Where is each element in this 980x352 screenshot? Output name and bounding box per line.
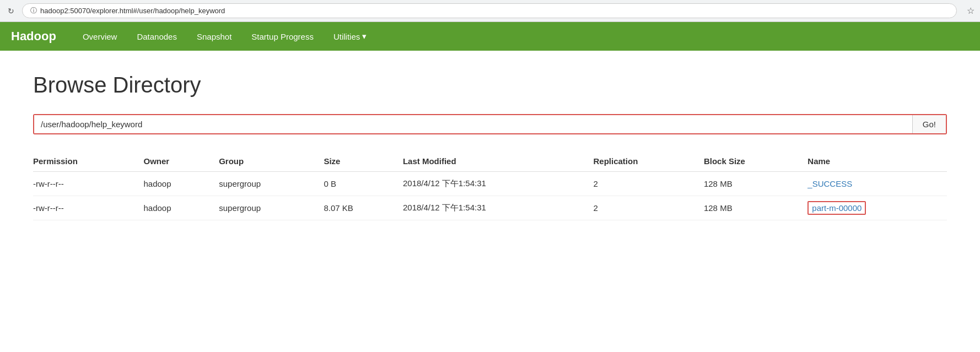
cell-size: 8.07 KB <box>324 196 403 220</box>
cell-owner: hadoop <box>143 172 219 196</box>
cell-last-modified: 2018/4/12 下午1:54:31 <box>403 196 594 220</box>
go-button[interactable]: Go! <box>912 115 946 133</box>
col-group: Group <box>219 151 324 172</box>
cell-name: _SUCCESS <box>807 172 947 196</box>
cell-last-modified: 2018/4/12 下午1:54:31 <box>403 172 594 196</box>
cell-permission: -rw-r--r-- <box>33 172 143 196</box>
navbar-links: Overview Datanodes Snapshot Startup Prog… <box>73 23 376 50</box>
cell-size: 0 B <box>324 172 403 196</box>
cell-replication: 2 <box>593 172 703 196</box>
main-content: Browse Directory Go! Permission Owner Gr… <box>0 51 980 242</box>
nav-utilities[interactable]: Utilities ▾ <box>324 23 376 50</box>
table-row: -rw-r--r--hadoopsupergroup8.07 KB2018/4/… <box>33 196 947 220</box>
col-owner: Owner <box>143 151 219 172</box>
cell-block-size: 128 MB <box>704 196 807 220</box>
lock-icon: ⓘ <box>30 6 37 15</box>
navbar-brand[interactable]: Hadoop <box>11 29 56 44</box>
table-row: -rw-r--r--hadoopsupergroup0 B2018/4/12 下… <box>33 172 947 196</box>
file-link[interactable]: part-m-00000 <box>807 201 866 215</box>
browser-chrome: ↻ ⓘ hadoop2:50070/explorer.html#/user/ha… <box>0 0 980 22</box>
col-last-modified: Last Modified <box>403 151 594 172</box>
col-replication: Replication <box>593 151 703 172</box>
navbar: Hadoop Overview Datanodes Snapshot Start… <box>0 22 980 51</box>
nav-snapshot[interactable]: Snapshot <box>187 23 241 50</box>
cell-group: supergroup <box>219 172 324 196</box>
url-bar[interactable]: ⓘ hadoop2:50070/explorer.html#/user/hado… <box>22 3 957 18</box>
cell-permission: -rw-r--r-- <box>33 196 143 220</box>
file-table: Permission Owner Group Size Last Modifie… <box>33 151 947 220</box>
table-header: Permission Owner Group Size Last Modifie… <box>33 151 947 172</box>
cell-replication: 2 <box>593 196 703 220</box>
cell-group: supergroup <box>219 196 324 220</box>
nav-overview[interactable]: Overview <box>73 23 127 50</box>
cell-owner: hadoop <box>143 196 219 220</box>
cell-name: part-m-00000 <box>807 196 947 220</box>
file-link[interactable]: _SUCCESS <box>807 179 852 188</box>
bookmark-star-icon[interactable]: ☆ <box>967 6 974 16</box>
nav-startup-progress[interactable]: Startup Progress <box>241 23 324 50</box>
col-permission: Permission <box>33 151 143 172</box>
url-text: hadoop2:50070/explorer.html#/user/hadoop… <box>40 7 949 15</box>
refresh-button[interactable]: ↻ <box>6 6 17 17</box>
col-block-size: Block Size <box>704 151 807 172</box>
table-body: -rw-r--r--hadoopsupergroup0 B2018/4/12 下… <box>33 172 947 220</box>
page-title: Browse Directory <box>33 73 947 98</box>
nav-datanodes[interactable]: Datanodes <box>127 23 187 50</box>
directory-input[interactable] <box>34 115 912 133</box>
col-size: Size <box>324 151 403 172</box>
dir-input-row: Go! <box>33 114 947 134</box>
col-name: Name <box>807 151 947 172</box>
utilities-dropdown-icon: ▾ <box>362 31 367 41</box>
cell-block-size: 128 MB <box>704 172 807 196</box>
